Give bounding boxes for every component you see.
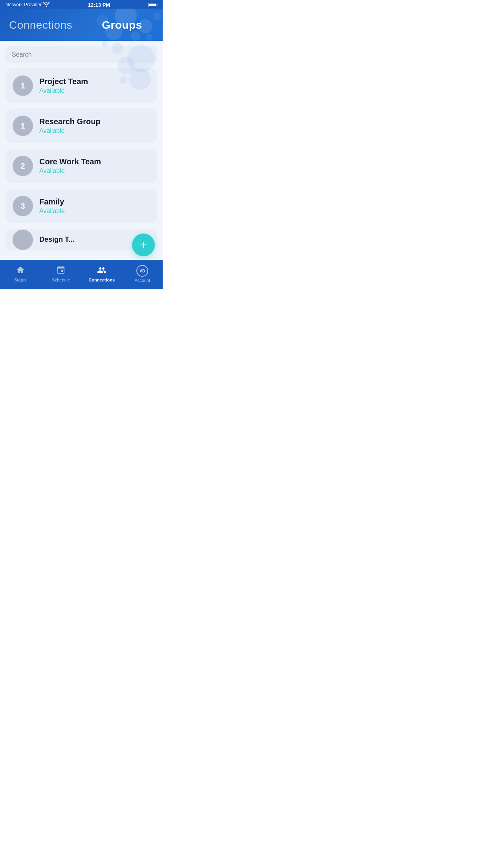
wifi-icon	[43, 2, 50, 8]
nav-label-account: Account	[134, 278, 150, 283]
header-tabs: Connections Groups	[0, 16, 163, 35]
group-status: Available	[39, 87, 88, 94]
list-item[interactable]: 1 Project Team Available	[6, 68, 157, 103]
nav-item-status[interactable]: Status	[0, 265, 41, 282]
tab-connections[interactable]: Connections	[0, 16, 81, 35]
header: Connections Groups	[0, 9, 163, 41]
schedule-icon	[56, 265, 66, 276]
group-name: Design T...	[39, 235, 74, 244]
list-item[interactable]: 3 Family Available	[6, 189, 157, 223]
nav-item-schedule[interactable]: Schedule	[41, 265, 82, 282]
group-avatar: 1	[13, 116, 33, 136]
nav-label-connections: Connections	[88, 278, 115, 282]
account-avatar: VD	[136, 265, 148, 277]
status-bar: Network Provider 12:13 PM	[0, 0, 163, 9]
group-info: Design T...	[39, 235, 74, 244]
carrier-name: Network Provider	[6, 2, 42, 7]
group-status: Available	[39, 127, 101, 134]
nav-label-status: Status	[14, 278, 26, 282]
group-avatar: 1	[13, 75, 33, 96]
add-group-button[interactable]: +	[132, 234, 155, 256]
group-name: Research Group	[39, 117, 101, 126]
group-avatar: 2	[13, 156, 33, 176]
status-time: 12:13 PM	[88, 2, 110, 8]
group-info: Core Work Team Available	[39, 157, 101, 175]
group-status: Available	[39, 208, 65, 215]
group-name: Project Team	[39, 77, 88, 86]
group-info: Research Group Available	[39, 117, 101, 134]
group-info: Project Team Available	[39, 77, 88, 94]
connections-icon	[97, 265, 107, 276]
group-status: Available	[39, 167, 101, 175]
main-content: 1 Project Team Available 1 Research Grou…	[0, 41, 163, 267]
nav-label-schedule: Schedule	[52, 278, 70, 282]
tab-groups[interactable]: Groups	[81, 16, 163, 35]
home-icon	[16, 265, 25, 276]
group-name: Family	[39, 197, 65, 206]
group-name: Core Work Team	[39, 157, 101, 166]
nav-item-connections[interactable]: Connections	[81, 265, 122, 282]
carrier-info: Network Provider	[6, 2, 50, 8]
group-info: Family Available	[39, 197, 65, 215]
svg-point-6	[146, 34, 152, 40]
bottom-nav: Status Schedule Connections VD Account	[0, 260, 163, 289]
battery-icon	[149, 3, 157, 7]
search-input[interactable]	[6, 46, 157, 63]
group-avatar	[13, 230, 33, 250]
list-item[interactable]: 1 Research Group Available	[6, 108, 157, 143]
list-item[interactable]: 2 Core Work Team Available	[6, 149, 157, 183]
group-avatar: 3	[13, 196, 33, 216]
nav-item-account[interactable]: VD Account	[122, 265, 163, 283]
